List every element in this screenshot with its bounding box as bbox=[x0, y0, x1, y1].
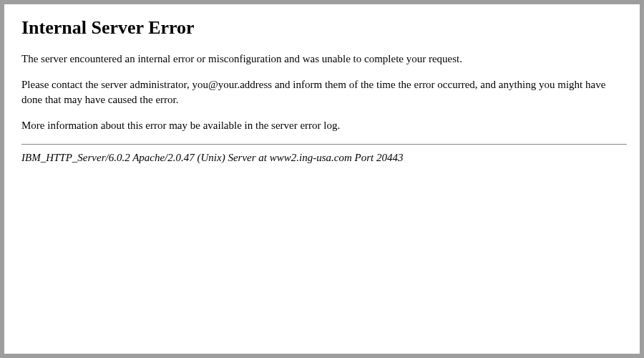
error-description: The server encountered an internal error… bbox=[21, 52, 627, 66]
error-page: Internal Server Error The server encount… bbox=[4, 4, 640, 354]
divider bbox=[21, 144, 627, 145]
page-title: Internal Server Error bbox=[21, 17, 627, 39]
server-signature: IBM_HTTP_Server/6.0.2 Apache/2.0.47 (Uni… bbox=[21, 152, 627, 164]
contact-instruction: Please contact the server administrator,… bbox=[21, 77, 627, 107]
log-hint: More information about this error may be… bbox=[21, 118, 627, 132]
